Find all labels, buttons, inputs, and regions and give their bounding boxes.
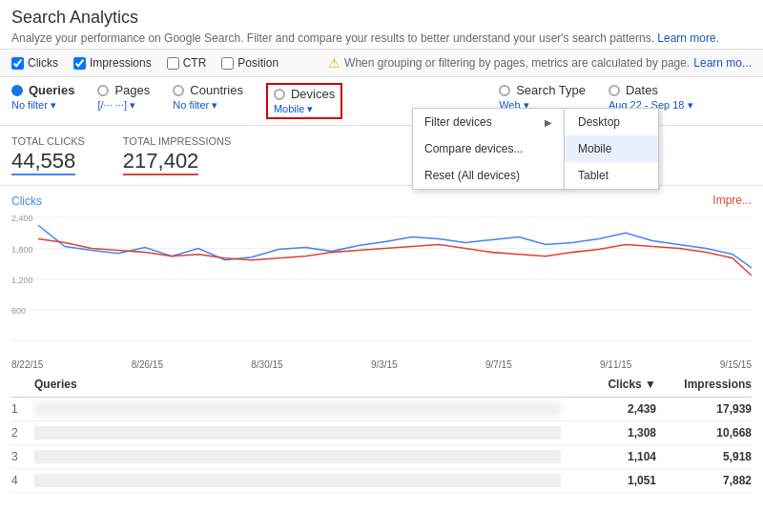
countries-label: Countries xyxy=(190,83,243,97)
queries-radio xyxy=(11,85,23,96)
row-1-num: 1 xyxy=(11,402,34,416)
ctr-checkbox[interactable]: CTR xyxy=(167,56,207,70)
countries-filter[interactable]: No filter ▾ xyxy=(173,99,243,112)
filter-devices-item[interactable]: Filter devices ▶ xyxy=(413,109,564,135)
desktop-option[interactable]: Desktop xyxy=(565,109,658,135)
row-3-clicks: 1,104 xyxy=(561,450,656,463)
chart-label-impressions: Impre... xyxy=(712,194,752,207)
row-3-num: 3 xyxy=(11,450,34,463)
reset-devices-item[interactable]: Reset (All devices) xyxy=(413,162,564,189)
total-impressions-value: 217,402 xyxy=(123,149,199,175)
dates-radio xyxy=(608,85,620,96)
row-4-query[interactable] xyxy=(34,474,561,487)
total-impressions-label: Total impressions xyxy=(123,135,232,147)
search-type-label: Search Type xyxy=(516,83,586,97)
devices-filter[interactable]: Mobile ▾ xyxy=(274,103,335,115)
devices-dropdown-menu: Filter devices ▶ Compare devices... Rese… xyxy=(412,108,565,190)
position-checkbox[interactable]: Position xyxy=(221,56,278,70)
row-2-num: 2 xyxy=(11,426,34,440)
row-1-query[interactable] xyxy=(34,402,561,416)
svg-text:1,800: 1,800 xyxy=(11,245,32,255)
row-2-impressions: 10,668 xyxy=(656,426,752,440)
pages-label: Pages xyxy=(114,83,150,97)
devices-label: Devices xyxy=(291,87,335,101)
total-clicks-value: 44,558 xyxy=(11,149,75,175)
x-label-4: 9/3/15 xyxy=(371,359,398,370)
queries-label: Queries xyxy=(29,83,74,97)
impressions-checkbox[interactable]: Impressions xyxy=(73,56,152,70)
x-label-7: 9/15/15 xyxy=(720,359,752,370)
x-label-3: 8/30/15 xyxy=(251,359,282,370)
svg-text:2,400: 2,400 xyxy=(11,214,32,223)
data-table: Queries Clicks ▼ Impressions 1 2,439 17,… xyxy=(0,372,763,493)
dim-queries[interactable]: Queries No filter ▾ xyxy=(11,83,74,112)
x-label-1: 8/22/15 xyxy=(11,359,43,370)
queries-filter[interactable]: No filter ▾ xyxy=(11,99,74,112)
chart-area: Clicks Impre... 2,400 1,800 1,200 600 xyxy=(0,186,763,358)
chart-svg: 2,400 1,800 1,200 600 xyxy=(11,208,752,351)
x-label-6: 9/11/15 xyxy=(600,359,631,370)
col-header-clicks[interactable]: Clicks ▼ xyxy=(561,378,656,391)
row-4-clicks: 1,051 xyxy=(561,474,656,487)
row-1-clicks: 2,439 xyxy=(561,402,656,416)
svg-text:600: 600 xyxy=(11,306,26,316)
devices-dropdown: Filter devices ▶ Compare devices... Rese… xyxy=(412,108,659,190)
pages-filter[interactable]: [/··· ···] ▾ xyxy=(97,99,150,112)
table-row: 3 1,104 5,918 xyxy=(11,445,752,469)
devices-radio xyxy=(274,89,285,100)
metrics-bar: Clicks Impressions CTR Position ⚠ When g… xyxy=(0,49,763,77)
learn-more-link[interactable]: Learn more. xyxy=(657,31,719,45)
total-impressions-block: Total impressions 217,402 xyxy=(123,135,232,175)
pages-radio xyxy=(97,85,109,96)
page-description: Analyze your performance on Google Searc… xyxy=(11,31,752,45)
page-header: Search Analytics Analyze your performanc… xyxy=(0,0,763,49)
row-1-impressions: 17,939 xyxy=(656,402,752,416)
x-label-5: 9/7/15 xyxy=(485,359,512,370)
row-2-clicks: 1,308 xyxy=(561,426,656,440)
dimension-bar: Queries No filter ▾ Pages [/··· ···] ▾ C… xyxy=(0,77,763,126)
dim-countries[interactable]: Countries No filter ▾ xyxy=(173,83,243,112)
row-3-impressions: 5,918 xyxy=(656,450,752,463)
warning-icon: ⚠ xyxy=(328,55,340,71)
mobile-option[interactable]: Mobile xyxy=(565,135,658,162)
page-title: Search Analytics xyxy=(11,8,752,28)
dates-label: Dates xyxy=(626,83,658,97)
clicks-checkbox[interactable]: Clicks xyxy=(11,56,58,70)
metrics-learn-more[interactable]: Learn mo... xyxy=(693,56,752,70)
svg-text:1,200: 1,200 xyxy=(11,276,32,285)
chart-x-labels: 8/22/15 8/26/15 8/30/15 9/3/15 9/7/15 9/… xyxy=(0,358,763,372)
row-4-num: 4 xyxy=(11,474,34,487)
row-3-query[interactable] xyxy=(34,450,561,463)
row-4-impressions: 7,882 xyxy=(656,474,752,487)
countries-radio xyxy=(173,85,184,96)
total-clicks-label: Total clicks xyxy=(11,135,85,147)
table-header: Queries Clicks ▼ Impressions xyxy=(11,372,752,398)
col-header-impressions[interactable]: Impressions xyxy=(656,378,752,391)
compare-devices-item[interactable]: Compare devices... xyxy=(413,135,564,162)
dim-devices[interactable]: Devices Mobile ▾ xyxy=(266,83,342,119)
table-row: 4 1,051 7,882 xyxy=(11,469,752,493)
col-header-query[interactable]: Queries xyxy=(34,378,561,391)
table-row: 1 2,439 17,939 xyxy=(11,398,752,421)
col-header-num xyxy=(11,378,34,391)
devices-submenu: Desktop Mobile Tablet xyxy=(564,108,659,190)
row-2-query[interactable] xyxy=(34,426,561,440)
dim-pages[interactable]: Pages [/··· ···] ▾ xyxy=(97,83,150,112)
chart-label-clicks: Clicks xyxy=(11,194,42,208)
total-clicks-block: Total clicks 44,558 xyxy=(11,135,85,175)
tablet-option[interactable]: Tablet xyxy=(565,162,658,189)
x-label-2: 8/26/15 xyxy=(132,359,163,370)
table-row: 2 1,308 10,668 xyxy=(11,421,752,445)
metrics-warning: ⚠ When grouping or filtering by pages, m… xyxy=(328,55,752,71)
filter-devices-arrow: ▶ xyxy=(545,117,552,128)
search-type-radio xyxy=(499,85,510,96)
